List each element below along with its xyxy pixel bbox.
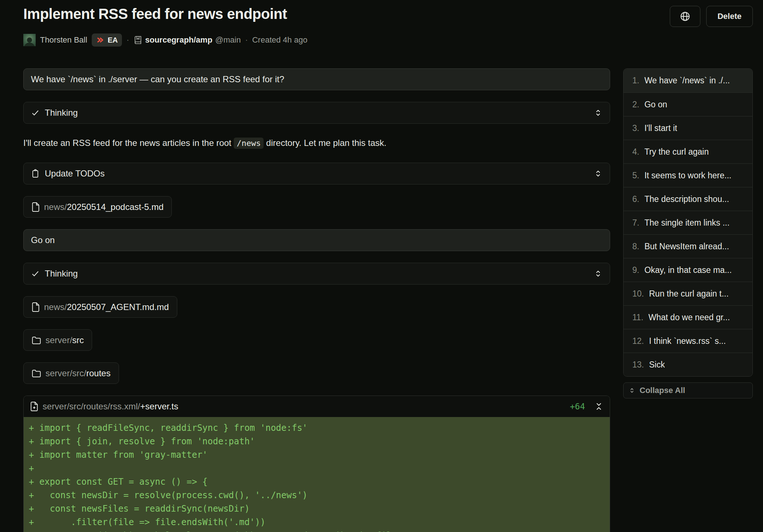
outline-item-number: 12. [632,336,644,346]
diff-line: + .sort((a, b) => b.localeCompare(a)) //… [29,529,610,532]
thinking-label: Thinking [45,269,78,279]
outline-item-label: Try the curl again [644,147,709,157]
collapse-all-button[interactable]: Collapse All [623,382,753,398]
diff-line: + const newsDir = resolve(process.cwd(),… [29,489,610,502]
diff-card-header[interactable]: server/src/routes/rss.xml/+server.ts +64 [24,396,610,417]
header-actions: Delete [670,6,753,27]
outline-item-number: 4. [632,147,639,157]
outline-item-number: 7. [632,218,639,228]
paragraph-text: directory. Let me plan this task. [264,138,386,148]
assistant-paragraph: I'll create an RSS feed for the news art… [23,137,610,150]
outline-item-number: 10. [632,289,644,299]
outline-item-label: The single item links ... [644,218,730,228]
outline-item-4[interactable]: 4.Try the curl again [624,140,752,163]
outline-item-number: 9. [632,265,639,275]
outline-item-label: I think `news.rss` s... [649,336,726,346]
outline-item-8[interactable]: 8.But NewsItem alread... [624,234,752,258]
outline-item-3[interactable]: 3.I'll start it [624,116,752,140]
outline-item-number: 8. [632,242,639,251]
branch-name: @main [215,35,241,45]
chip-folder-name: src [72,335,84,345]
badge-label: EA [108,36,118,44]
message-outline-list: 1.We have `/news` in ./... 2.Go on 3.I'l… [623,68,753,377]
outline-item-number: 2. [632,100,639,110]
outline-item-6[interactable]: 6.The description shou... [624,187,752,211]
outline-item-label: Go on [644,100,667,110]
clipboard-icon [31,169,40,178]
file-icon [32,202,40,212]
outline-item-11[interactable]: 11.What do we need gr... [624,305,752,329]
outline-item-9[interactable]: 9.Okay, in that case ma... [624,258,752,282]
globe-icon [680,11,691,22]
delete-button[interactable]: Delete [706,6,753,27]
chip-path-prefix: server/src/ [46,368,86,378]
outline-item-7[interactable]: 7.The single item links ... [624,211,752,234]
chevrons-up-down-icon [594,108,602,117]
page-title: Implement RSS feed for news endpoint [23,5,287,23]
diff-line: + .filter(file => file.endsWith('.md')) [29,516,610,529]
outline-item-label: We have `/news` in ./... [644,76,730,86]
thread-meta: Thorsten Ball EA · sourcegraph/amp@main … [23,33,753,47]
folder-icon [32,369,41,378]
outline-item-10[interactable]: 10.Run the curl again t... [624,282,752,305]
file-icon [32,302,40,312]
diff-line: + [29,462,610,475]
outline-item-label: Sick [649,360,665,370]
thinking-section[interactable]: Thinking [23,263,610,285]
added-lines-count: +64 [570,402,585,411]
chevrons-up-down-icon [594,269,602,278]
outline-item-number: 11. [632,313,643,322]
created-timestamp: Created 4h ago [252,35,308,45]
chip-folder-name: routes [86,368,111,378]
chevrons-up-down-small-icon [629,387,635,394]
outline-item-5[interactable]: 5.It seems to work here... [624,163,752,187]
repo-name: sourcegraph/amp [145,35,213,45]
outline-item-label: What do we need gr... [648,313,730,322]
diff-line: + import { readFileSync, readdirSync } f… [29,421,610,435]
diff-code-body: + import { readFileSync, readdirSync } f… [24,417,610,532]
outline-item-label: Okay, in that case ma... [644,265,732,275]
share-globe-button[interactable] [670,6,700,27]
page-header: Implement RSS feed for news endpoint Del… [23,5,753,27]
outline-item-12[interactable]: 12.I think `news.rss` s... [624,329,752,353]
paragraph-text: I'll create an RSS feed for the news art… [23,138,234,148]
file-chip[interactable]: news/20250514_podcast-5.md [23,196,172,218]
outline-item-number: 6. [632,194,639,204]
chip-file-name: 20250514_podcast-5.md [67,202,164,212]
thinking-section[interactable]: Thinking [23,102,610,124]
inline-code: /news [234,138,264,149]
thread-page: Implement RSS feed for news endpoint Del… [0,0,763,532]
diff-line: + import matter from 'gray-matter' [29,448,610,462]
chip-path-prefix: news/ [44,202,67,212]
folder-chip[interactable]: server/src [23,329,92,351]
chip-path-prefix: server/ [46,335,72,345]
repo-link[interactable]: sourcegraph/amp@main [134,35,241,45]
thinking-label: Thinking [45,108,78,118]
folder-icon [32,336,41,345]
outline-item-label: It seems to work here... [644,171,731,180]
outline-item-2[interactable]: 2.Go on [624,92,752,116]
collapse-icon[interactable] [594,402,603,411]
outline-item-13[interactable]: 13.Sick [624,353,752,376]
early-access-badge: EA [92,33,122,47]
diff-card: server/src/routes/rss.xml/+server.ts +64… [23,396,610,532]
outline-item-number: 5. [632,171,639,180]
outline-item-number: 13. [632,360,644,370]
update-todos-label: Update TODOs [45,168,105,179]
diff-line: + const newsFiles = readdirSync(newsDir) [29,502,610,516]
thread-content: We have `/news` in ./server — can you cr… [23,68,753,532]
outline-item-label: I'll start it [644,123,677,133]
outline-item-number: 1. [632,76,639,86]
outline-item-number: 3. [632,123,639,133]
diff-path-prefix: server/src/routes/rss.xml/ [43,401,140,411]
chevrons-up-down-icon [594,169,602,178]
outline-item-label: Run the curl again t... [649,289,729,299]
chip-file-name: 20250507_AGENT.md.md [67,302,169,312]
outline-item-1[interactable]: 1.We have `/news` in ./... [624,69,752,92]
file-chip[interactable]: news/20250507_AGENT.md.md [23,296,177,318]
repo-book-icon [134,36,142,44]
update-todos-section[interactable]: Update TODOs [23,163,610,184]
message-outline-sidebar: 1.We have `/news` in ./... 2.Go on 3.I'l… [623,68,753,398]
folder-chip[interactable]: server/src/routes [23,362,119,384]
amp-logo-icon [96,36,105,44]
